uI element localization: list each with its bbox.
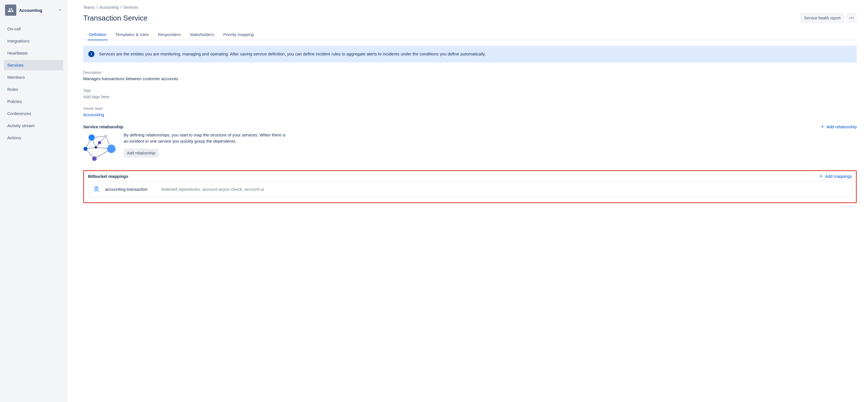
tabs: Definition Templates & rules Responders … bbox=[83, 29, 857, 40]
svg-point-2 bbox=[853, 18, 854, 18]
svg-point-16 bbox=[84, 147, 87, 151]
bitbucket-mappings-section: Bitbucket mappings Add mappings accounti… bbox=[83, 170, 857, 203]
info-text: Services are the entities you are monito… bbox=[99, 51, 486, 57]
breadcrumb-accounting[interactable]: Accounting bbox=[99, 5, 119, 9]
svg-point-1 bbox=[851, 18, 852, 18]
info-icon: i bbox=[88, 51, 94, 57]
breadcrumb-teams[interactable]: Teams bbox=[83, 5, 95, 9]
mapping-card[interactable]: accounting-transaction Selected reposito… bbox=[88, 181, 852, 197]
more-actions-button[interactable] bbox=[847, 13, 857, 23]
svg-point-14 bbox=[107, 145, 116, 153]
sidebar-item-members[interactable]: Members bbox=[4, 72, 63, 82]
more-icon bbox=[849, 15, 855, 21]
breadcrumb-separator: / bbox=[96, 5, 97, 9]
tab-definition[interactable]: Definition bbox=[88, 29, 107, 40]
relationship-description: By defining relationships, you start to … bbox=[124, 132, 287, 145]
svg-point-15 bbox=[92, 156, 97, 161]
breadcrumb-services[interactable]: Services bbox=[123, 5, 138, 9]
svg-point-12 bbox=[89, 135, 95, 141]
tags-label: Tags bbox=[83, 88, 857, 92]
add-relationship-label: Add relationship bbox=[827, 124, 857, 129]
service-health-report-button[interactable]: Service health report bbox=[800, 13, 844, 23]
relationship-title: Service relationship bbox=[83, 124, 123, 129]
sidebar-item-roles[interactable]: Roles bbox=[4, 84, 63, 94]
plus-icon bbox=[820, 124, 825, 129]
tab-stakeholders[interactable]: Stakeholders bbox=[189, 29, 216, 40]
sidebar: Accounting On-call Integrations Heartbea… bbox=[0, 0, 67, 402]
tags-section: Tags Add tags here. bbox=[83, 88, 857, 99]
tags-input[interactable]: Add tags here. bbox=[83, 94, 857, 99]
owner-team-label: Owner team bbox=[83, 106, 857, 111]
team-switcher[interactable]: Accounting bbox=[2, 2, 65, 18]
sidebar-nav: On-call Integrations Heartbeats Services… bbox=[2, 24, 65, 143]
service-relationship-section: Service relationship Add relationship bbox=[83, 124, 857, 163]
sidebar-item-on-call[interactable]: On-call bbox=[4, 24, 63, 34]
tab-templates-rules[interactable]: Templates & rules bbox=[115, 29, 150, 40]
breadcrumb: Teams / Accounting / Services bbox=[83, 5, 857, 9]
add-mappings-link[interactable]: Add mappings bbox=[819, 174, 852, 179]
svg-point-17 bbox=[98, 141, 101, 144]
tab-priority-mapping[interactable]: Priority mapping bbox=[222, 29, 255, 40]
svg-point-13 bbox=[104, 135, 107, 138]
sidebar-item-heartbeats[interactable]: Heartbeats bbox=[4, 48, 63, 58]
mapping-repos: Selected repositories: account-async-che… bbox=[161, 187, 264, 192]
chevron-down-icon bbox=[58, 8, 62, 12]
breadcrumb-separator: / bbox=[120, 5, 121, 9]
main-content: Teams / Accounting / Services Transactio… bbox=[67, 0, 868, 402]
sidebar-item-actions[interactable]: Actions bbox=[4, 133, 63, 143]
add-relationship-link[interactable]: Add relationship bbox=[820, 124, 857, 129]
sidebar-item-activity-stream[interactable]: Activity stream bbox=[4, 120, 63, 131]
add-relationship-button[interactable]: Add relationship bbox=[124, 148, 158, 157]
sidebar-item-integrations[interactable]: Integrations bbox=[4, 36, 63, 46]
add-mappings-label: Add mappings bbox=[825, 174, 852, 179]
page-title: Transaction Service bbox=[83, 14, 148, 23]
svg-point-0 bbox=[850, 18, 850, 18]
description-value[interactable]: Manages transactions between customer ac… bbox=[83, 76, 857, 81]
plus-icon bbox=[819, 174, 823, 178]
description-section: Description Manages transactions between… bbox=[83, 70, 857, 81]
info-panel: i Services are the entities you are moni… bbox=[83, 46, 857, 62]
bitbucket-title: Bitbucket mappings bbox=[88, 174, 128, 179]
sidebar-item-services[interactable]: Services bbox=[4, 60, 63, 70]
svg-point-20 bbox=[96, 188, 97, 189]
owner-team-section: Owner team Accounting bbox=[83, 106, 857, 117]
bitbucket-icon bbox=[93, 186, 100, 193]
team-name: Accounting bbox=[19, 8, 58, 13]
owner-team-link[interactable]: Accounting bbox=[83, 112, 857, 117]
mapping-name: accounting-transaction bbox=[105, 187, 156, 192]
sidebar-item-conferences[interactable]: Conferences bbox=[4, 108, 63, 119]
tab-responders[interactable]: Responders bbox=[157, 29, 182, 40]
relationship-graph-icon bbox=[83, 132, 117, 163]
description-label: Description bbox=[83, 70, 857, 75]
sidebar-item-policies[interactable]: Policies bbox=[4, 96, 63, 107]
team-icon bbox=[5, 4, 16, 16]
svg-point-18 bbox=[95, 146, 97, 148]
